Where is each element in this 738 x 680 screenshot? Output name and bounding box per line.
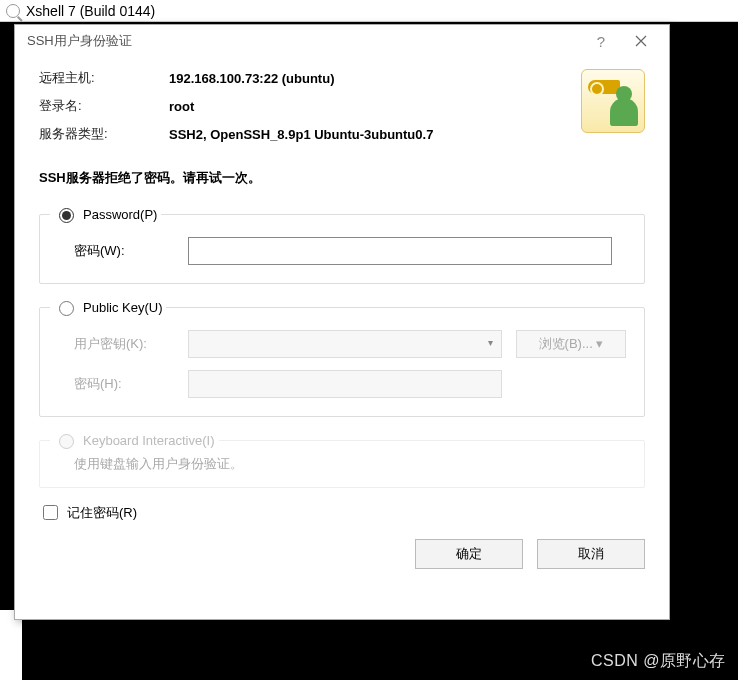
cancel-button[interactable]: 取消 [537,539,645,569]
publickey-radio-row[interactable]: Public Key(U) [50,298,166,316]
search-icon [6,4,20,18]
ssh-auth-dialog: SSH用户身份验证 ? 远程主机: 192.168.100.73:22 (ubu… [14,24,670,620]
server-type-label: 服务器类型: [39,125,169,143]
server-type-value: SSH2, OpenSSH_8.9p1 Ubuntu-3ubuntu0.7 [169,127,581,142]
dialog-buttons: 确定 取消 [39,539,645,569]
remember-password-row[interactable]: 记住密码(R) [39,502,645,523]
dialog-title: SSH用户身份验证 [27,32,581,50]
chevron-down-icon: ▾ [488,337,493,348]
password-input[interactable] [188,237,612,265]
terminal-titlebar: Xshell 7 (Build 0144) [0,0,738,22]
publickey-group: Public Key(U) 用户密钥(K): ▾ 浏览(B)... ▾ 密码(H… [39,298,645,417]
pk-password-input [188,370,502,398]
keyboard-interactive-group: Keyboard Interactive(I) 使用键盘输入用户身份验证。 [39,431,645,488]
remember-password-label: 记住密码(R) [67,504,137,522]
remember-password-checkbox[interactable] [43,505,58,520]
browse-button-label: 浏览(B)... ▾ [539,335,604,353]
terminal-title: Xshell 7 (Build 0144) [26,3,155,19]
kbd-hint: 使用键盘输入用户身份验证。 [40,449,644,487]
close-icon [635,35,647,47]
password-radio[interactable] [59,208,74,223]
watermark: CSDN @原野心存 [591,651,726,672]
remote-host-label: 远程主机: [39,69,169,87]
login-label: 登录名: [39,97,169,115]
password-field-label: 密码(W): [74,242,174,260]
kbd-radio [59,434,74,449]
browse-button: 浏览(B)... ▾ [516,330,626,358]
login-value: root [169,99,581,114]
publickey-radio[interactable] [59,301,74,316]
userkey-label: 用户密钥(K): [74,335,174,353]
userkey-combo: ▾ [188,330,502,358]
remote-host-value: 192.168.100.73:22 (ubuntu) [169,71,581,86]
ok-button[interactable]: 确定 [415,539,523,569]
connection-info: 远程主机: 192.168.100.73:22 (ubuntu) 登录名: ro… [39,69,645,143]
pk-password-label: 密码(H): [74,375,174,393]
dialog-body: 远程主机: 192.168.100.73:22 (ubuntu) 登录名: ro… [15,57,669,619]
error-message: SSH服务器拒绝了密码。请再试一次。 [39,169,645,187]
publickey-radio-label: Public Key(U) [83,300,162,315]
password-group: Password(P) 密码(W): [39,205,645,284]
close-button[interactable] [621,27,661,55]
key-user-icon [581,69,645,133]
gutter [0,610,22,680]
help-button[interactable]: ? [581,27,621,55]
password-radio-label: Password(P) [83,207,157,222]
password-radio-row[interactable]: Password(P) [50,205,161,223]
dialog-titlebar: SSH用户身份验证 ? [15,25,669,57]
kbd-radio-row: Keyboard Interactive(I) [50,431,219,449]
kbd-radio-label: Keyboard Interactive(I) [83,433,215,448]
